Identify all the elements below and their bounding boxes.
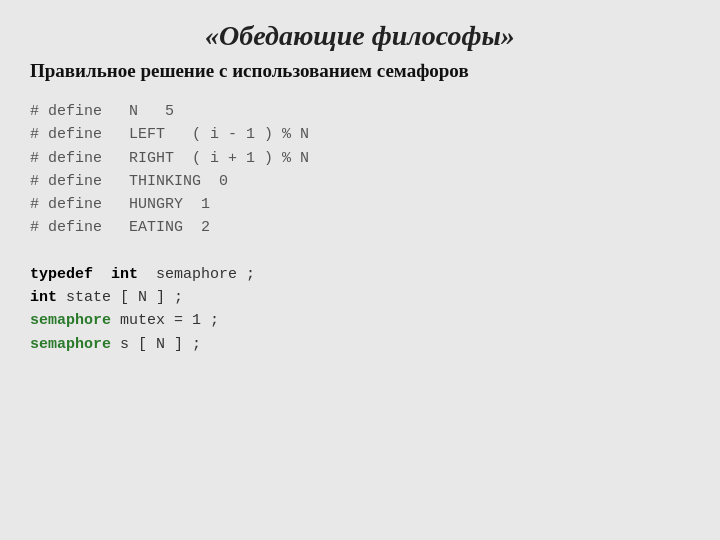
decl-text-4: s [ N ] ; <box>111 336 201 353</box>
define-line-2: # define LEFT ( i - 1 ) % N <box>30 123 690 146</box>
decl-line-4: semaphore s [ N ] ; <box>30 333 690 356</box>
decl-line-1: typedef int semaphore ; <box>30 263 690 286</box>
keyword-typedef: typedef <box>30 266 93 283</box>
define-text-6: # define EATING 2 <box>30 219 210 236</box>
keyword-int-1: int <box>111 266 138 283</box>
keyword-semaphore-1: semaphore <box>30 312 111 329</box>
code-block: # define N 5 # define LEFT ( i - 1 ) % N… <box>30 100 690 356</box>
decl-text-2: state [ N ] ; <box>57 289 183 306</box>
keyword-int-2: int <box>30 289 57 306</box>
define-line-5: # define HUNGRY 1 <box>30 193 690 216</box>
define-text-2: # define LEFT ( i - 1 ) % N <box>30 126 309 143</box>
decl-line-3: semaphore mutex = 1 ; <box>30 309 690 332</box>
page: «Обедающие философы» Правильное решение … <box>0 0 720 540</box>
define-line-4: # define THINKING 0 <box>30 170 690 193</box>
define-line-3: # define RIGHT ( i + 1 ) % N <box>30 147 690 170</box>
decl-text-1: int semaphore ; <box>93 266 255 283</box>
define-text-4: # define THINKING 0 <box>30 173 228 190</box>
empty-line-1 <box>30 240 690 263</box>
keyword-semaphore-2: semaphore <box>30 336 111 353</box>
define-line-6: # define EATING 2 <box>30 216 690 239</box>
decl-text-3: mutex = 1 ; <box>111 312 219 329</box>
decl-line-2: int state [ N ] ; <box>30 286 690 309</box>
define-text-5: # define HUNGRY 1 <box>30 196 210 213</box>
define-text-1: # define N 5 <box>30 103 174 120</box>
subtitle: Правильное решение с использованием сема… <box>30 60 690 82</box>
define-line-1: # define N 5 <box>30 100 690 123</box>
page-title: «Обедающие философы» <box>205 20 515 52</box>
define-text-3: # define RIGHT ( i + 1 ) % N <box>30 150 309 167</box>
